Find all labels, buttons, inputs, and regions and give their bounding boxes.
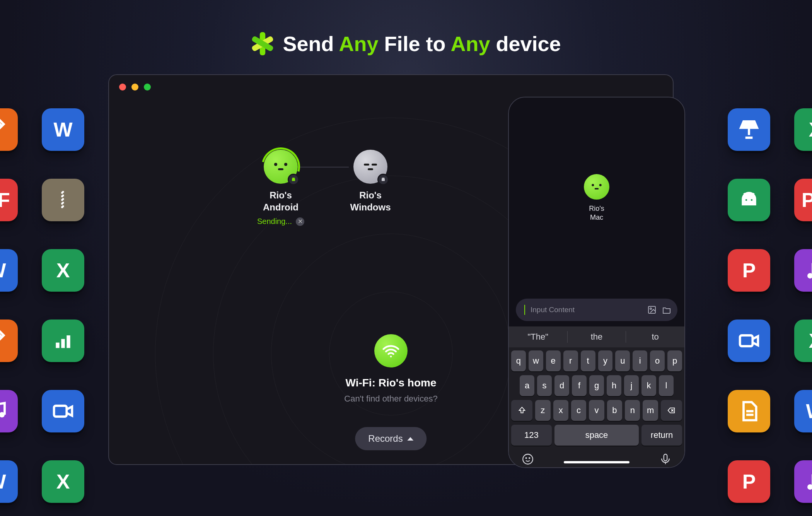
key-r[interactable]: r [563, 350, 578, 371]
filetype-tile [728, 108, 770, 151]
svg-point-9 [745, 199, 747, 201]
key-k[interactable]: k [641, 375, 656, 396]
key-d[interactable]: d [554, 375, 569, 396]
transfer-status: Sending... ✕ [257, 217, 304, 226]
key-q[interactable]: q [511, 350, 526, 371]
text-caret [524, 305, 525, 315]
suggestion[interactable]: the [568, 332, 626, 342]
key-b[interactable]: b [607, 400, 622, 421]
key-l[interactable]: l [659, 375, 674, 396]
filetype-tile: W [0, 249, 18, 292]
svg-rect-21 [664, 454, 667, 461]
marketing-heading: Send Any File to Any device [0, 32, 812, 56]
key-f[interactable]: f [572, 375, 587, 396]
svg-point-10 [751, 199, 753, 201]
filetype-tile [42, 179, 84, 221]
android-icon [377, 174, 389, 185]
key-v[interactable]: v [589, 400, 604, 421]
heading-word: device [496, 32, 561, 55]
svg-point-18 [523, 454, 533, 464]
heading-word: Send [283, 32, 334, 55]
key-y[interactable]: y [598, 350, 613, 371]
filetype-tile [728, 390, 770, 432]
key-return[interactable]: return [641, 425, 682, 446]
svg-point-17 [650, 308, 652, 309]
window-traffic-lights [119, 84, 151, 91]
device-name: Windows [350, 202, 391, 212]
device-card[interactable]: Rio's Android Sending... ✕ [242, 150, 319, 226]
onscreen-keyboard: qwertyuiop asdfghjkl zxcvbnm 123 space r… [509, 347, 684, 468]
chevron-up-icon [408, 437, 414, 441]
filetype-tile: P [728, 460, 770, 503]
filetype-tile: X [42, 460, 84, 503]
suggestion[interactable]: "The" [509, 332, 567, 342]
emoji-icon[interactable] [521, 453, 534, 466]
svg-rect-11 [740, 335, 753, 346]
filetype-tile [0, 320, 18, 362]
filetype-tile [0, 390, 18, 432]
window-close-button[interactable] [119, 84, 126, 91]
svg-point-12 [807, 273, 812, 279]
device-name: Android [263, 202, 299, 212]
key-m[interactable]: m [643, 400, 658, 421]
key-delete[interactable] [661, 400, 682, 421]
keyboard-suggestions: "The" the to [509, 326, 684, 347]
heading-word: File to [384, 32, 445, 55]
key-c[interactable]: c [571, 400, 586, 421]
wifi-icon [374, 334, 408, 367]
folder-icon[interactable] [662, 305, 671, 314]
key-p[interactable]: p [667, 350, 682, 371]
device-name: Rio's [359, 190, 382, 200]
key-o[interactable]: o [650, 350, 665, 371]
key-i[interactable]: i [633, 350, 647, 371]
filetype-tile [0, 108, 18, 151]
key-space[interactable]: space [554, 425, 639, 446]
filetype-tile: X [794, 320, 812, 362]
filetype-tile [728, 179, 770, 221]
key-g[interactable]: g [589, 375, 604, 396]
records-button[interactable]: Records [355, 427, 426, 450]
input-placeholder: Input Content [531, 306, 642, 314]
android-icon [288, 174, 299, 185]
phone-frame: Rio's Mac Input Content "The" the to qwe… [508, 97, 685, 468]
key-numbers[interactable]: 123 [511, 425, 552, 446]
phone-device-area: Rio's Mac [509, 97, 684, 299]
message-input[interactable]: Input Content [516, 299, 677, 321]
heading-word-accent: Any [450, 32, 490, 55]
device-card[interactable]: Rio's Windows [332, 150, 409, 213]
key-a[interactable]: a [520, 375, 534, 396]
key-n[interactable]: n [625, 400, 640, 421]
app-logo-icon [251, 32, 274, 55]
key-u[interactable]: u [615, 350, 630, 371]
window-minimize-button[interactable] [131, 84, 138, 91]
filetype-tile: X [794, 108, 812, 151]
filetype-tile [794, 249, 812, 292]
image-icon[interactable] [647, 305, 657, 314]
key-w[interactable]: w [529, 350, 543, 371]
key-z[interactable]: z [535, 400, 550, 421]
filetype-tile: W [42, 108, 84, 151]
key-shift[interactable] [511, 400, 532, 421]
key-j[interactable]: j [624, 375, 639, 396]
cancel-transfer-button[interactable]: ✕ [296, 217, 304, 226]
key-t[interactable]: t [581, 350, 595, 371]
mic-icon[interactable] [659, 453, 672, 466]
svg-point-19 [526, 458, 527, 458]
svg-rect-8 [54, 406, 67, 417]
device-avatar[interactable] [584, 174, 609, 200]
key-x[interactable]: x [553, 400, 568, 421]
key-h[interactable]: h [607, 375, 621, 396]
svg-rect-6 [61, 339, 65, 348]
device-name: Rio's [270, 190, 292, 200]
window-zoom-button[interactable] [144, 84, 151, 91]
key-e[interactable]: e [546, 350, 561, 371]
heading-word-accent: Any [339, 32, 378, 55]
device-name: Mac [590, 214, 603, 221]
filetype-tile: P [728, 249, 770, 292]
key-s[interactable]: s [537, 375, 552, 396]
suggestion[interactable]: to [626, 332, 684, 342]
filetype-tile [42, 320, 84, 362]
filetype-tile: W [794, 390, 812, 432]
home-indicator[interactable] [564, 461, 629, 463]
svg-point-14 [807, 484, 812, 490]
